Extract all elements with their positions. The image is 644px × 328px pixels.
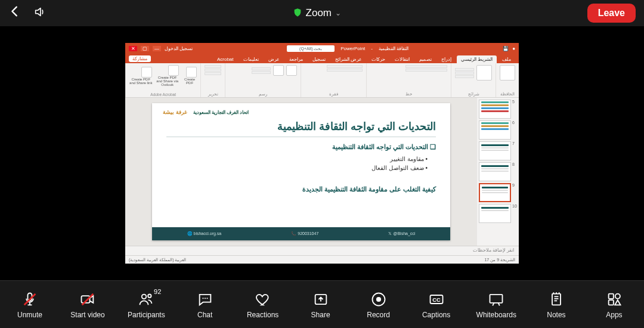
window-maximize-icon[interactable]: ▢ [141,46,149,51]
slide-thumb[interactable] [479,120,511,140]
microphone-slash-icon [21,290,39,308]
captions-button[interactable]: CC Captions [419,290,454,319]
tab-file[interactable]: ملف [498,55,515,63]
chevron-down-icon: ⌄ [335,9,341,17]
record-icon [370,290,388,308]
apps-button[interactable]: Apps [596,290,632,319]
tab-transitions[interactable]: انتقالات [391,55,414,63]
svg-rect-16 [609,293,614,298]
pp-editor-body: 5 6 7 8 9 10 غرفة بيشة اتحاد الغرف التجا… [125,98,519,246]
leave-button[interactable]: Leave [587,4,636,23]
meeting-title: Zoom [306,7,332,19]
notes-button[interactable]: Notes [538,290,574,319]
participants-icon: 92 [137,290,155,308]
slide-bullet: ضعف التواصل الفعال [166,165,428,171]
slide-thumb[interactable] [479,100,511,119]
tab-review[interactable]: مراجعة [285,55,307,63]
share-screen-icon [312,290,330,308]
svg-rect-14 [490,294,503,302]
current-slide[interactable]: غرفة بيشة اتحاد الغرف التجارية السعودية … [152,103,450,240]
shared-screen-viewport: ● 💾 الثقافة التنظيمية - PowerPoint بحث (… [0,26,644,280]
pp-ribbon: الحافظة شرائح خط فقرة رسم تحرير [125,63,519,98]
tab-help[interactable]: تعليمات [239,55,263,63]
tab-design[interactable]: تصميم [415,55,436,63]
svg-point-5 [148,294,151,297]
slide-thumbnails-pane[interactable]: 5 6 7 8 9 10 [477,98,519,246]
pp-ribbon-tabs: ملف الشريط الرئيسي إدراج تصميم انتقالات … [125,54,519,63]
pp-title-bar: ● 💾 الثقافة التنظيمية - PowerPoint بحث (… [125,43,519,54]
window-minimize-icon[interactable]: — [153,46,161,51]
slide-bullet-list: مقاومة التغيير ضعف التواصل الفعال [166,156,428,171]
tab-insert[interactable]: إدراج [437,55,456,63]
top-left-controls [8,5,47,21]
chat-icon [196,290,214,308]
pp-share-button[interactable]: مشاركة [129,55,151,62]
slide-title: التحديات التي تواجه الثقافة التنظيمية [166,120,436,137]
slide-stage: غرفة بيشة اتحاد الغرف التجارية السعودية … [125,98,477,246]
pp-save-icon[interactable]: 💾 [503,46,509,51]
pp-status-bar: الشريحة 9 من 17 العربية (المملكة العربية… [125,255,519,264]
svg-text:CC: CC [432,296,441,302]
slide-bullet: مقاومة التغيير [166,156,428,162]
reactions-button[interactable]: Reactions [245,290,281,319]
logo-saudi-chambers: اتحاد الغرف التجارية السعودية [193,110,249,115]
pp-app-name: PowerPoint [340,46,365,51]
apps-icon [605,290,623,308]
footer-phone: 📞 920031047 [291,231,318,236]
pp-search-box[interactable]: بحث (Q+Alt) [287,45,335,52]
adobe-share-link-icon[interactable] [141,67,152,78]
tab-slideshow[interactable]: عرض الشرائح [331,55,366,63]
meeting-title-dropdown[interactable]: Zoom ⌄ [293,7,341,19]
logo-bisha-chamber: غرفة بيشة [163,109,187,115]
record-button[interactable]: Record [361,290,397,319]
svg-point-11 [376,296,381,301]
svg-point-7 [205,298,206,299]
back-button[interactable] [8,5,21,21]
tab-view[interactable]: عرض [264,55,284,63]
adobe-create-pdf-icon[interactable] [186,67,197,78]
svg-rect-15 [552,293,561,305]
ribbon-group-adobe: Create PDF Create PDF and Share via Outl… [125,63,200,97]
arrange-icon[interactable] [273,65,284,76]
new-slide-icon[interactable] [476,65,492,81]
svg-rect-18 [609,300,614,305]
chat-button[interactable]: Chat [187,290,223,319]
slide-thumb-selected[interactable] [479,183,511,202]
tab-acrobat[interactable]: Acrobat [213,55,238,63]
status-language: العربية (المملكة العربية السعودية) [129,258,187,262]
slide-subheading: التحديات التي تواجه الثقافة التنظيمية [166,143,436,151]
slide-thumb[interactable] [479,204,511,223]
ribbon-group-font: خط [366,63,451,97]
paste-icon[interactable] [500,65,515,81]
ribbon-group-slides: شرائح [451,63,496,97]
slide-subheading-2: كيفية التغلب على مقاومة الثقافة التنظيمي… [166,185,436,193]
speaker-icon[interactable] [33,5,47,21]
ribbon-group-drawing: رسم [225,63,300,97]
shapes-icon[interactable] [286,65,297,76]
share-button[interactable]: Share [303,290,339,319]
participants-count-badge: 92 [154,288,161,295]
zoom-control-bar: Unmute Start video 92 Participants Chat … [0,280,644,328]
encryption-shield-icon [293,8,302,19]
tab-animations[interactable]: حركات [367,55,389,63]
pp-signin[interactable]: تسجيل الدخول [165,46,193,51]
footer-handle: 𝕏 @Bisha_cci [388,231,415,236]
pp-notes-pane[interactable]: انقر لإضافة ملاحظات [125,246,519,255]
window-close-icon[interactable]: ✕ [129,46,137,51]
pp-doc-name: الثقافة التنظيمية [379,46,408,51]
tab-record[interactable]: تسجيل [308,55,330,63]
svg-point-6 [202,298,203,299]
powerpoint-window: ● 💾 الثقافة التنظيمية - PowerPoint بحث (… [125,43,519,264]
whiteboards-button[interactable]: Whiteboards [476,290,516,319]
slide-thumb[interactable] [479,141,511,160]
participants-button[interactable]: 92 Participants [128,290,165,319]
unmute-button[interactable]: Unmute [12,290,48,319]
heart-icon [254,290,272,308]
tab-home[interactable]: الشريط الرئيسي [457,55,497,63]
pp-autosave-toggle[interactable]: ● [512,46,515,51]
slide-thumb[interactable] [479,162,511,181]
start-video-button[interactable]: Start video [70,290,106,319]
video-slash-icon [79,290,97,308]
slide-logos: غرفة بيشة اتحاد الغرف التجارية السعودية [163,109,249,115]
adobe-share-outlook-icon[interactable] [168,65,179,76]
